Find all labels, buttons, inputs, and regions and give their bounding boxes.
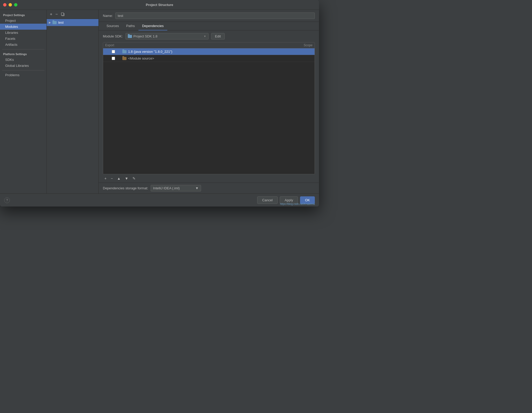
sidebar-item-sdks-label: SDKs [5,58,14,62]
dependencies-table: Export Scope 1.8 (java version "1.8.0_22… [103,42,315,174]
module-item-label: test [58,21,64,24]
middle-panel: + − ▶ test [47,10,99,193]
name-row: Name: [99,10,319,22]
sidebar: Project Settings Project Modules Librari… [0,10,47,193]
sdk-label: Module SDK: [103,34,123,38]
sidebar-item-libraries-label: Libraries [5,31,18,35]
sdk-folder-icon [128,35,132,38]
help-button[interactable]: ? [4,197,10,203]
sdk-select[interactable]: Project SDK 1.8 ▼ [125,33,209,40]
footer-link: https://blog.csdn.net/Khaleesa [280,203,315,205]
module-folder-icon [52,21,57,24]
tab-sources[interactable]: Sources [103,22,123,30]
tabs-row: Sources Paths Dependencies [99,22,319,30]
sidebar-item-artifacts[interactable]: Artifacts [0,42,46,48]
sidebar-divider-2 [2,70,44,70]
storage-dropdown-arrow-icon: ▼ [195,186,199,190]
copy-module-button[interactable] [60,12,66,17]
edit-sdk-button[interactable]: Edit [211,33,225,40]
right-panel: Name: Sources Paths Dependencies Module … [99,10,319,193]
edit-dep-button[interactable]: ✎ [131,176,137,181]
table-row[interactable]: <Module source> [103,55,315,62]
main-layout: Project Settings Project Modules Librari… [0,10,319,193]
name-label: Name: [103,14,113,18]
table-row[interactable]: 1.8 (java version "1.8.0_221") [103,48,315,55]
col-export-header: Export [105,43,123,47]
sidebar-item-global-libraries-label: Global Libraries [5,64,29,68]
tab-dependencies[interactable]: Dependencies [138,22,167,30]
sdk-row: Module SDK: Project SDK 1.8 ▼ Edit [99,30,319,42]
sidebar-item-facets-label: Facets [5,37,15,41]
window-title: Project Structure [146,3,173,7]
module-dep-folder-icon [122,57,127,60]
export-check-1[interactable] [112,50,115,53]
add-module-button[interactable]: + [49,11,53,17]
sidebar-item-problems-label: Problems [5,73,19,77]
sidebar-item-project[interactable]: Project [0,18,46,24]
export-checkbox-1 [105,50,121,53]
module-item-test[interactable]: ▶ test [47,19,98,26]
sidebar-item-global-libraries[interactable]: Global Libraries [0,63,46,69]
module-name-input[interactable] [115,12,315,19]
sidebar-item-sdks[interactable]: SDKs [0,57,46,63]
cancel-button[interactable]: Cancel [257,196,277,204]
minimize-button[interactable] [9,3,12,7]
sidebar-item-artifacts-label: Artifacts [5,43,17,47]
window-controls [3,3,17,7]
tab-paths[interactable]: Paths [123,22,138,30]
close-button[interactable] [3,3,6,7]
project-settings-label: Project Settings [0,12,46,18]
sdk-value: Project SDK 1.8 [134,34,158,38]
middle-toolbar: + − [47,10,98,19]
sidebar-divider [2,49,44,49]
sidebar-item-modules[interactable]: Modules [0,24,46,30]
col-scope-header: Scope [287,43,312,47]
remove-module-button[interactable]: − [54,11,59,17]
move-down-button[interactable]: ▼ [123,176,130,181]
remove-dep-button[interactable]: − [109,176,114,181]
svg-rect-1 [61,13,64,15]
maximize-button[interactable] [14,3,17,7]
footer: ? Cancel Apply OK https://blog.csdn.net/… [0,193,319,206]
platform-settings-label: Platform Settings [0,51,46,57]
sidebar-item-libraries[interactable]: Libraries [0,30,46,36]
storage-value: IntelliJ IDEA (.iml) [153,186,180,190]
deps-bottom-toolbar: + − ▲ ▼ ✎ [99,174,319,183]
export-checkbox-2 [105,57,121,60]
sidebar-item-modules-label: Modules [5,25,18,29]
sidebar-item-project-label: Project [5,19,16,23]
move-up-button[interactable]: ▲ [115,176,122,181]
sidebar-item-facets[interactable]: Facets [0,36,46,42]
export-check-2[interactable] [112,57,115,60]
module-chevron-icon: ▶ [49,21,51,24]
storage-label: Dependencies storage format: [103,186,148,190]
dep-name-2: <Module source> [122,56,285,60]
table-header: Export Scope [103,42,315,48]
titlebar: Project Structure [0,0,319,10]
storage-format-select[interactable]: IntelliJ IDEA (.iml) ▼ [151,185,201,191]
col-name-header [123,43,287,47]
sdk-dropdown-arrow-icon: ▼ [204,35,206,38]
storage-format-row: Dependencies storage format: IntelliJ ID… [99,183,319,193]
dep-name-1: 1.8 (java version "1.8.0_221") [122,50,285,54]
sdk-dep-folder-icon [122,50,127,53]
module-list: ▶ test [47,19,98,193]
sidebar-item-problems[interactable]: Problems [0,72,46,78]
add-dep-button[interactable]: + [103,176,108,181]
